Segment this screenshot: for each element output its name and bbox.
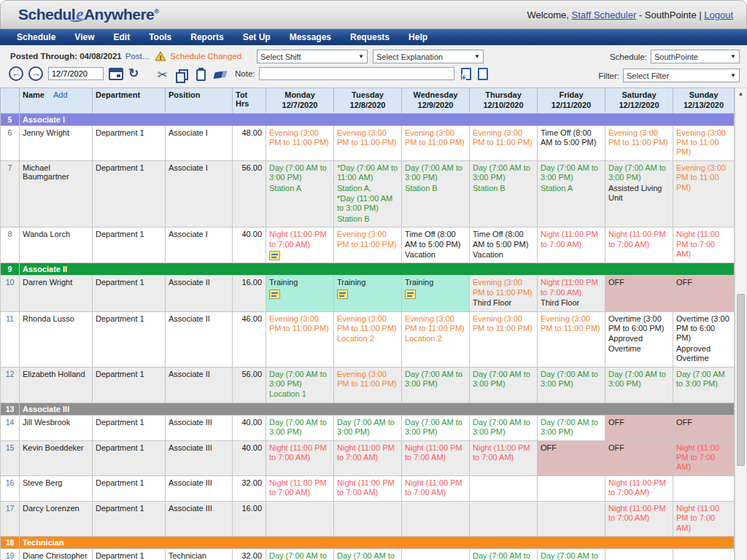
menu-item-help[interactable]: Help — [399, 32, 437, 42]
person-name[interactable]: Darren Wright — [20, 276, 93, 311]
refresh-icon[interactable]: ↻ — [128, 67, 139, 80]
shift-cell[interactable]: Evening (3:00 PM to 11:00 PM) — [334, 367, 402, 402]
shift-cell[interactable]: Night (11:00 PM to 7:00 AM) — [673, 501, 735, 536]
shift-cell[interactable]: Evening (3:00 PM to 11:00 PM)Location 2 — [334, 311, 402, 367]
shift-cell[interactable]: Day (7:00 AM to 3:00 PM) — [538, 367, 605, 402]
note-icon[interactable] — [337, 289, 348, 299]
shift-cell[interactable]: Time Off (8:00 AM to 5:00 PM) — [538, 125, 605, 160]
shift-cell[interactable] — [470, 501, 538, 536]
scroll-up-icon[interactable]: ▲ — [735, 88, 746, 99]
shift-cell[interactable]: Evening (3:00 PM to 11:00 PM) — [605, 125, 673, 160]
next-week-button[interactable]: → — [28, 66, 43, 81]
shift-cell[interactable] — [402, 548, 470, 560]
shift-cell[interactable]: OFF — [538, 440, 605, 475]
new-page-icon[interactable] — [478, 68, 488, 80]
shift-cell[interactable]: Day (7:00 AM to 3:00 PM) — [605, 367, 673, 402]
shift-cell[interactable]: Evening (3:00 PM to 11:00 PM) — [266, 311, 334, 367]
menu-item-tools[interactable]: Tools — [139, 32, 181, 42]
shift-cell[interactable]: Overtime (3:00 PM to 6:00 PM)Approved Ov… — [605, 311, 673, 367]
shift-cell[interactable]: Day (7:00 AM to 3:00 PM) — [402, 415, 470, 440]
shift-cell[interactable] — [538, 501, 605, 536]
add-employee-link[interactable]: Add — [53, 90, 68, 99]
person-name[interactable]: Kevin Boeddeker — [20, 440, 93, 475]
menu-item-schedule[interactable]: Schedule — [7, 32, 65, 42]
prev-week-button[interactable]: ← — [9, 66, 23, 81]
shift-cell[interactable] — [266, 501, 334, 536]
shift-cell[interactable] — [538, 475, 605, 501]
shift-cell[interactable] — [402, 501, 470, 536]
shift-cell[interactable] — [673, 475, 735, 501]
person-name[interactable]: Jill Wesbrook — [20, 415, 93, 440]
shift-cell[interactable]: Day (7:00 AM to 3:00 PM) — [470, 548, 538, 560]
shift-cell[interactable] — [470, 475, 538, 501]
shift-cell[interactable]: Day (7:00 AM to 3:00 PM)Station A — [266, 160, 334, 227]
shift-cell[interactable] — [673, 548, 735, 560]
shift-cell[interactable]: Day (7:00 AM to 3:00 PM)Station B — [470, 160, 538, 227]
menu-item-messages[interactable]: Messages — [280, 32, 341, 42]
shift-cell[interactable]: Day (7:00 AM to 3:00 PM) — [470, 367, 538, 402]
paste-icon[interactable] — [196, 69, 206, 81]
calendar-icon[interactable] — [109, 68, 123, 80]
shift-cell[interactable]: Evening (3:00 PM to 11:00 PM) — [673, 160, 735, 227]
menu-item-edit[interactable]: Edit — [104, 32, 140, 42]
filter-dropdown[interactable]: Select Filter ▼ — [623, 69, 740, 82]
shift-cell[interactable]: Day (7:00 AM to 3:00 PM) — [334, 415, 402, 440]
shift-cell[interactable]: Training — [334, 276, 402, 311]
person-name[interactable]: Darcy Lorenzen — [20, 501, 93, 536]
shift-cell[interactable]: Evening (3:00 PM to 11:00 PM) — [266, 125, 334, 160]
shift-cell[interactable]: Evening (3:00 PM to 11:00 PM) — [334, 125, 402, 160]
person-name[interactable]: Jenny Wright — [20, 125, 93, 160]
person-name[interactable]: Wanda Lorch — [20, 228, 93, 263]
shift-cell[interactable]: Night (11:00 PM to 7:00 AM) — [402, 440, 470, 475]
shift-cell[interactable]: Night (11:00 PM to 7:00 AM) — [266, 440, 334, 475]
shift-cell[interactable]: Evening (3:00 PM to 11:00 PM) — [470, 311, 538, 367]
shift-cell[interactable]: Night (11:00 PM to 7:00 AM) — [605, 475, 673, 501]
shift-cell[interactable]: Night (11:00 PM to 7:00 AM) — [334, 440, 402, 475]
shift-cell[interactable]: Evening (3:00 PM to 11:00 PM) — [470, 125, 538, 160]
logout-link[interactable]: Logout — [704, 9, 733, 20]
shift-cell[interactable]: Day (7:00 AM to 3:00 PM) — [334, 548, 402, 560]
copy-icon[interactable] — [176, 69, 187, 81]
shift-cell[interactable]: Night (11:00 PM to 7:00 AM) — [402, 475, 470, 501]
shift-cell[interactable]: Evening (3:00 PM to 11:00 PM) — [402, 125, 470, 160]
shift-cell[interactable]: Night (11:00 PM to 7:00 AM) — [538, 228, 605, 263]
shift-cell[interactable]: Evening (3:00 PM to 11:00 PM) — [538, 311, 605, 367]
shift-cell[interactable]: Overtime (3:00 PM to 6:00 PM)Approved Ov… — [673, 311, 735, 367]
person-name[interactable]: Diane Christopher — [20, 548, 93, 560]
shift-cell[interactable]: Day (7:00 AM to 3:00 PM) — [266, 415, 334, 440]
shift-cell[interactable]: Night (11:00 PM to 7:00 AM) — [334, 475, 402, 501]
menu-item-reports[interactable]: Reports — [181, 32, 233, 42]
person-name[interactable]: Elizabeth Holland — [20, 367, 93, 402]
shift-cell[interactable]: Evening (3:00 PM to 11:00 PM)Location 2 — [402, 311, 470, 367]
shift-cell[interactable]: Night (11:00 PM to 7:00 AM) — [673, 440, 735, 475]
menu-item-view[interactable]: View — [65, 32, 104, 42]
shift-cell[interactable]: Day (7:00 AM to 3:00 PM) — [538, 415, 605, 440]
shift-cell[interactable]: Day (7:00 AM to 3:00 PM) — [470, 415, 538, 440]
user-link[interactable]: Staff Scheduler — [572, 9, 637, 20]
person-name[interactable]: Rhonda Lusso — [20, 311, 93, 367]
shift-cell[interactable]: Training — [402, 276, 470, 311]
shift-cell[interactable]: Night (11:00 PM to 7:00 AM) — [470, 440, 538, 475]
schedule-dropdown[interactable]: SouthPointe ▼ — [651, 50, 740, 63]
shift-cell[interactable]: *Day (7:00 AM to 11:00 AM)Station A,*Day… — [334, 160, 402, 227]
shift-cell[interactable]: Day (7:00 AM to 3:00 PM) — [538, 548, 605, 560]
person-name[interactable]: Steve Berg — [20, 475, 93, 501]
shift-cell[interactable]: Night (11:00 PM to 7:00 AM) — [605, 228, 673, 263]
shift-cell[interactable]: Night (11:00 PM to 7:00 AM) — [266, 228, 334, 263]
menu-item-set-up[interactable]: Set Up — [233, 32, 280, 42]
note-icon[interactable] — [405, 289, 416, 299]
shift-cell[interactable]: OFF — [673, 415, 735, 440]
shift-cell[interactable]: Day (7:00 AM to 3:00 PM) — [402, 367, 470, 402]
shift-cell[interactable]: Day (7:00 AM to 3:00 PM) — [266, 548, 334, 560]
shift-cell[interactable]: Night (11:00 PM to 7:00 AM) — [605, 501, 673, 536]
select-shift-dropdown[interactable]: Select Shift ▼ — [257, 50, 368, 63]
shift-cell[interactable]: Day (7:00 AM to 3:00 PM)Station A — [538, 160, 605, 227]
cut-icon[interactable]: ✂ — [158, 68, 167, 82]
person-name[interactable]: Michael Baumgartner — [20, 160, 93, 227]
shift-cell[interactable] — [334, 501, 402, 536]
shift-cell[interactable]: Evening (3:00 PM to 11:00 PM) — [673, 125, 735, 160]
shift-cell[interactable]: OFF — [605, 276, 673, 311]
add-note-icon[interactable] — [461, 68, 471, 80]
shift-cell[interactable]: Time Off (8:00 AM to 5:00 PM)Vacation — [470, 228, 538, 263]
shift-cell[interactable]: OFF — [605, 440, 673, 475]
